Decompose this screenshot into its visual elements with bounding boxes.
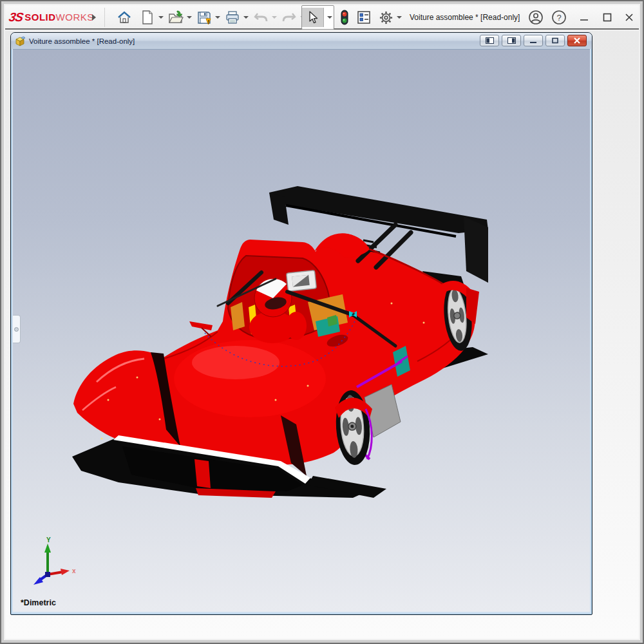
menu-flyout-chevron-icon[interactable] [90,5,98,30]
minimize-button[interactable] [574,8,594,27]
brand-name-light: WORKS [56,12,94,23]
performance-lights-icon[interactable] [336,8,353,27]
toolbar-separator [104,8,105,27]
open-dropdown[interactable] [184,8,193,27]
undo-icon[interactable] [252,8,269,27]
assembly-icon [15,36,26,46]
save-dropdown[interactable] [213,8,222,27]
split-pane-left-button[interactable] [480,35,499,46]
split-pane-right-button[interactable] [502,35,521,46]
document-close-button[interactable] [567,35,587,46]
document-minimize-button[interactable] [524,35,543,46]
car-model-3d [13,49,590,612]
document-titlebar[interactable]: Voiture assomblee * [Read-only] [11,33,592,49]
close-button[interactable] [620,8,639,27]
triad-x-label: x [72,567,76,574]
featuremanager-tab-dot [14,327,19,332]
triad-y-label: Y [46,537,51,544]
options-list-icon[interactable] [355,8,372,27]
featuremanager-collapsed-tab[interactable] [13,315,21,343]
document-restore-button[interactable] [545,35,565,46]
new-document-dropdown[interactable] [156,8,165,27]
view-orientation-label: *Dimetric [21,598,56,607]
maximize-button[interactable] [598,8,617,27]
graphics-viewport[interactable]: Y x *Dimetric [13,49,590,612]
svg-text:?: ? [556,13,561,23]
help-icon[interactable]: ? [550,8,568,26]
document-window: Voiture assomblee * [Read-only] [10,32,592,615]
settings-gear-icon[interactable] [377,8,394,27]
app-title: Voiture assomblee * [Read-only] [410,5,520,30]
open-icon[interactable] [167,8,184,27]
document-window-controls [480,35,587,46]
home-icon[interactable] [116,8,133,27]
redo-icon[interactable] [281,8,298,27]
save-icon[interactable] [196,8,213,27]
print-icon[interactable] [224,8,241,27]
brand-mark: 3S [8,10,24,24]
undo-dropdown[interactable] [269,8,278,27]
mdi-client-area: Voiture assomblee * [Read-only] [5,31,639,639]
main-toolbar: 3S SOLIDWORKS [5,5,639,30]
settings-dropdown[interactable] [394,8,403,27]
reference-triad[interactable]: Y x [22,537,77,587]
brand-name-bold: SOLID [24,12,55,23]
select-arrow-icon[interactable] [302,8,324,27]
solidworks-logo: 3S SOLIDWORKS [9,5,94,30]
new-document-icon[interactable] [139,8,156,27]
document-title: Voiture assomblee * [Read-only] [29,37,135,45]
select-tool-dropdown[interactable] [324,8,334,27]
print-dropdown[interactable] [241,8,250,27]
user-account-icon[interactable] [527,8,545,26]
solidworks-window: 3S SOLIDWORKS [0,0,644,644]
select-tool-button[interactable] [301,5,334,30]
